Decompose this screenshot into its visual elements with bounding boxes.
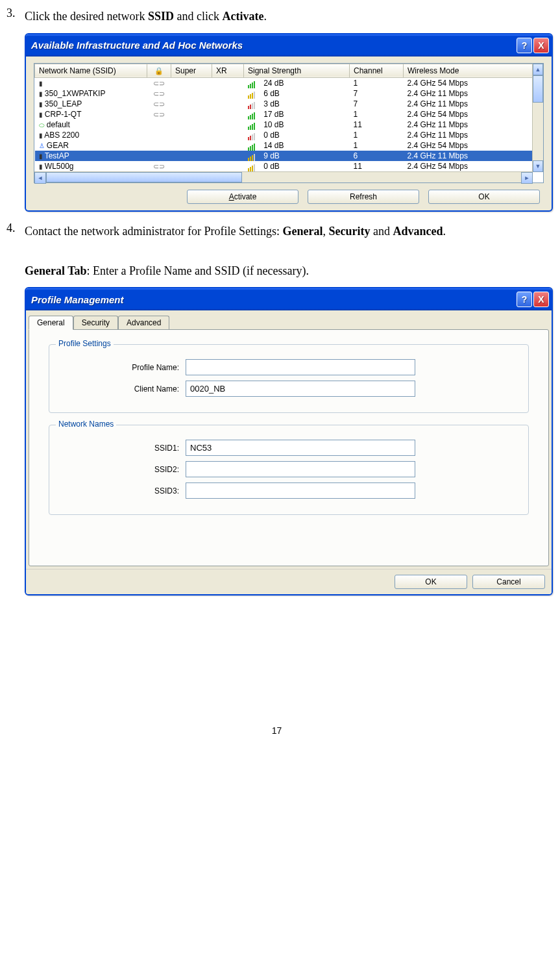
- refresh-button[interactable]: Refresh: [308, 190, 419, 204]
- client-name-label: Client Name:: [62, 384, 186, 394]
- scroll-right-icon[interactable]: ►: [521, 172, 533, 184]
- ssid2-label: SSID2:: [62, 465, 186, 474]
- step-3: 3. Click the desired network SSID and cl…: [6, 6, 547, 27]
- group-title: Profile Settings: [56, 339, 114, 348]
- table-row[interactable]: ⬭ default 10 dB112.4 GHz 11 Mbps: [35, 119, 533, 130]
- close-button[interactable]: X: [533, 38, 549, 53]
- profile-management-dialog: Profile Management ? X General Security …: [25, 287, 553, 595]
- ok-button[interactable]: OK: [395, 575, 467, 589]
- lock-icon: ⊂⊃: [153, 110, 165, 118]
- table-row[interactable]: ▮ 350_1XWPATKIP⊂⊃ 6 dB72.4 GHz 11 Mbps: [35, 88, 533, 99]
- step-4-text: Contact the network administrator for Pr…: [25, 221, 547, 281]
- ssid-name: default: [47, 120, 70, 129]
- tab-advanced[interactable]: Advanced: [118, 316, 169, 329]
- channel: 1: [354, 110, 358, 119]
- table-row[interactable]: ▮ 350_LEAP⊂⊃ 3 dB72.4 GHz 11 Mbps: [35, 99, 533, 109]
- signal-db: 10 dB: [263, 120, 284, 129]
- profile-name-input[interactable]: [186, 359, 415, 375]
- signal-db: 6 dB: [263, 89, 280, 98]
- network-list[interactable]: Network Name (SSID) 🔒 Super XR Signal St…: [34, 63, 544, 183]
- network-names-group: Network Names SSID1: SSID2: SSID3:: [49, 425, 529, 515]
- profile-name-label: Profile Name:: [62, 363, 186, 372]
- signal-icon: [248, 121, 260, 129]
- help-button[interactable]: ?: [517, 38, 532, 53]
- scroll-down-icon[interactable]: ▼: [533, 160, 543, 172]
- cancel-button[interactable]: Cancel: [472, 575, 545, 589]
- ok-button[interactable]: OK: [428, 190, 540, 204]
- signal-db: 0 dB: [263, 162, 280, 171]
- ssid1-label: SSID1:: [62, 444, 186, 453]
- table-row[interactable]: ▮ WL500g⊂⊃ 0 dB112.4 GHz 54 Mbps: [35, 161, 533, 171]
- ssid-name: CRP-1-QT: [45, 110, 82, 119]
- person-icon: ♙: [39, 142, 45, 149]
- ssid2-input[interactable]: [186, 461, 415, 477]
- step-3-number: 3.: [6, 6, 25, 27]
- table-row[interactable]: ▮ CRP-1-QT⊂⊃ 17 dB12.4 GHz 54 Mbps: [35, 109, 533, 119]
- signal-db: 9 dB: [263, 151, 280, 160]
- table-row[interactable]: ▮ ⊂⊃ 24 dB12.4 GHz 54 Mbps: [35, 77, 533, 88]
- ssid3-input[interactable]: [186, 482, 415, 499]
- tab-security[interactable]: Security: [73, 316, 118, 329]
- wireless-mode: 2.4 GHz 54 Mbps: [408, 141, 468, 150]
- channel: 1: [354, 79, 358, 88]
- infra-icon: ▮: [39, 163, 43, 170]
- wireless-mode: 2.4 GHz 11 Mbps: [408, 99, 468, 108]
- infra-icon: ▮: [39, 132, 43, 139]
- general-tab-label: General Tab: [25, 264, 87, 277]
- col-channel[interactable]: Channel: [350, 64, 404, 77]
- signal-db: 17 dB: [263, 110, 284, 119]
- channel: 7: [354, 89, 358, 98]
- lock-icon: ⊂⊃: [153, 162, 165, 170]
- signal-icon: [248, 79, 260, 87]
- lock-icon: ⊂⊃: [153, 90, 165, 97]
- col-ssid[interactable]: Network Name (SSID): [35, 64, 147, 77]
- scroll-thumb-h[interactable]: [46, 172, 242, 182]
- ssid1-input[interactable]: [186, 440, 415, 456]
- scroll-left-icon[interactable]: ◄: [34, 172, 46, 184]
- signal-icon: [248, 100, 260, 108]
- client-name-input[interactable]: [186, 381, 415, 397]
- activate-button[interactable]: Activate: [187, 190, 298, 204]
- col-security-icon[interactable]: 🔒: [147, 64, 171, 77]
- adhoc-icon: ⬭: [39, 121, 45, 129]
- tab-general[interactable]: General: [29, 316, 73, 330]
- titlebar: Profile Management ? X: [26, 288, 552, 310]
- table-row[interactable]: ♙ GEAR 14 dB12.4 GHz 54 Mbps: [35, 140, 533, 151]
- col-xr[interactable]: XR: [212, 64, 244, 77]
- infra-icon: ▮: [39, 111, 43, 118]
- page-number: 17: [6, 725, 547, 736]
- col-signal[interactable]: Signal Strength: [244, 64, 350, 77]
- step-4-number: 4.: [6, 221, 25, 281]
- infra-icon: ▮: [39, 90, 43, 97]
- col-super[interactable]: Super: [171, 64, 212, 77]
- wireless-mode: 2.4 GHz 11 Mbps: [408, 151, 468, 160]
- horizontal-scrollbar[interactable]: ◄ ►: [34, 171, 533, 182]
- ssid-name: WL500g: [45, 162, 74, 171]
- wireless-mode: 2.4 GHz 11 Mbps: [408, 120, 468, 129]
- vertical-scrollbar[interactable]: ▲ ▼: [532, 64, 543, 172]
- key-icon: 🔒: [154, 67, 164, 75]
- channel: 7: [354, 99, 358, 108]
- tab-content: Profile Settings Profile Name: Client Na…: [29, 329, 549, 566]
- ssid-name: GEAR: [47, 141, 69, 150]
- channel: 1: [354, 141, 358, 150]
- table-row[interactable]: ▮ ABS 2200 0 dB12.4 GHz 11 Mbps: [35, 130, 533, 140]
- wireless-mode: 2.4 GHz 11 Mbps: [408, 89, 468, 98]
- table-header[interactable]: Network Name (SSID) 🔒 Super XR Signal St…: [35, 64, 533, 77]
- lock-icon: ⊂⊃: [153, 100, 165, 108]
- tab-bar: General Security Advanced: [26, 310, 552, 329]
- wireless-mode: 2.4 GHz 54 Mbps: [408, 79, 468, 88]
- signal-db: 0 dB: [263, 131, 280, 140]
- col-mode[interactable]: Wireless Mode: [404, 64, 533, 77]
- ssid-name: ABS 2200: [44, 131, 79, 140]
- window-title: Available Infrastructure and Ad Hoc Netw…: [31, 40, 517, 51]
- help-button[interactable]: ?: [517, 292, 532, 307]
- infra-icon: ▮: [39, 153, 43, 160]
- scroll-up-icon[interactable]: ▲: [533, 64, 543, 75]
- window-title: Profile Management: [31, 294, 517, 305]
- scroll-thumb[interactable]: [533, 75, 543, 103]
- wireless-mode: 2.4 GHz 11 Mbps: [408, 131, 468, 140]
- ssid-name: TestAP: [45, 151, 69, 160]
- table-row[interactable]: ▮ TestAP 9 dB62.4 GHz 11 Mbps: [35, 151, 533, 161]
- close-button[interactable]: X: [533, 292, 549, 307]
